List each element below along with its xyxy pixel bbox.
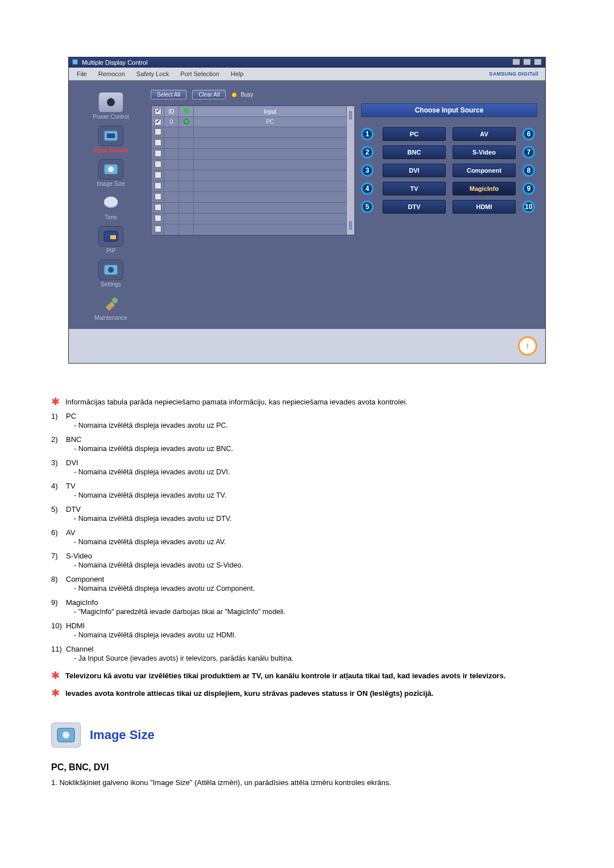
svg-point-13: [184, 108, 189, 114]
source-button-dvi[interactable]: DVI: [383, 164, 446, 177]
source-button-bnc[interactable]: BNC: [383, 145, 446, 159]
time-icon: [98, 193, 123, 213]
input-source-panel: Choose Input Source 1 PC AV 6 2 BNC S-Vi…: [361, 90, 537, 214]
clear-all-button[interactable]: Clear All: [192, 90, 226, 99]
source-button-svideo[interactable]: S-Video: [453, 145, 516, 159]
app-title: Multiple Display Control: [72, 59, 148, 66]
grid-scrollbar[interactable]: [347, 106, 355, 235]
row-checkbox[interactable]: [155, 150, 161, 157]
row-checkbox[interactable]: [155, 119, 161, 126]
row-checkbox[interactable]: [155, 161, 161, 168]
sub-paragraph: 1. Noklikšķiniet galveno ikonu "Image Si…: [51, 778, 563, 787]
col-power-icon: [179, 106, 194, 117]
table-row: [152, 127, 355, 138]
intro-note: ✱ Informācijas tabula parāda nepieciešam…: [51, 398, 563, 406]
svg-point-11: [108, 267, 114, 273]
row-power-icon: [184, 119, 189, 124]
panel-title: Choose Input Source: [361, 103, 537, 117]
app-icon: [72, 59, 78, 65]
brand-logo: SAMSUNG DIGITall: [489, 71, 543, 77]
callout-7: 7: [522, 146, 535, 158]
sidebar-item-pip[interactable]: PIP: [98, 224, 123, 256]
table-row: [152, 203, 355, 214]
list-item: 2)BNC- Nomaina izvēlētā displeja ievades…: [51, 435, 563, 453]
minimize-button[interactable]: [512, 59, 520, 65]
table-row: [152, 214, 355, 224]
sidebar-item-label: Power Control: [93, 114, 128, 120]
callout-9: 9: [522, 182, 535, 195]
app-window: Multiple Display Control File Remocon Sa…: [68, 57, 546, 364]
callout-4: 4: [361, 182, 374, 195]
sidebar-item-label: Input Source: [93, 147, 128, 153]
sidebar-item-image-size[interactable]: Image Size: [97, 157, 125, 189]
close-button[interactable]: [534, 59, 542, 65]
callout-2: 2: [361, 146, 374, 158]
list-item: 11)Channel- Ja Input Source (ievades avo…: [51, 645, 563, 662]
input-source-icon: [98, 126, 123, 146]
row-id: 0: [164, 117, 179, 127]
source-button-component[interactable]: Component: [453, 164, 516, 177]
source-button-dtv[interactable]: DTV: [383, 200, 446, 214]
row-checkbox[interactable]: [155, 193, 161, 200]
table-row[interactable]: 0 PC: [152, 117, 355, 127]
list-item: 6)AV- Nomaina izvēlētā displeja ievades …: [51, 528, 563, 546]
row-checkbox[interactable]: [155, 128, 161, 135]
menu-file[interactable]: File: [71, 69, 93, 78]
source-button-av[interactable]: AV: [453, 127, 516, 141]
menu-help[interactable]: Help: [225, 69, 250, 78]
menu-port-selection[interactable]: Port Selection: [175, 69, 225, 78]
settings-icon: [98, 260, 123, 280]
sidebar-item-label: PIP: [98, 248, 123, 254]
center-pane: Select All Clear All Busy ID Input: [151, 90, 355, 236]
col-id: ID: [164, 106, 179, 117]
col-input: Input: [194, 106, 347, 117]
svg-point-5: [108, 166, 114, 172]
source-button-pc[interactable]: PC: [383, 127, 446, 141]
section-image-size: Image Size: [51, 723, 563, 748]
list-item: 3)DVI- Nomaina izvēlētā displeja ievades…: [51, 458, 563, 476]
source-button-magicinfo[interactable]: MagicInfo: [453, 182, 516, 195]
scroll-up-icon[interactable]: [349, 111, 352, 119]
maximize-button[interactable]: [523, 59, 531, 65]
table-row: [152, 224, 355, 235]
svg-rect-1: [110, 98, 111, 102]
sidebar-item-input-source[interactable]: Input Source: [93, 123, 128, 156]
row-checkbox[interactable]: [155, 172, 161, 178]
menu-bar: File Remocon Safety Lock Port Selection …: [69, 68, 545, 81]
svg-point-15: [63, 732, 69, 738]
source-button-tv[interactable]: TV: [383, 182, 446, 195]
header-checkbox[interactable]: [155, 108, 161, 115]
grid-header-row: ID Input: [152, 106, 355, 117]
note-tv: ✱ Televizoru kā avotu var izvēlēties tik…: [51, 671, 563, 680]
menu-remocon[interactable]: Remocon: [93, 69, 131, 78]
row-checkbox[interactable]: [155, 182, 161, 189]
sub-heading: PC, BNC, DVI: [51, 762, 563, 773]
table-row: [152, 181, 355, 192]
row-checkbox[interactable]: [155, 215, 161, 222]
table-row: [152, 160, 355, 170]
list-item: 4)TV- Nomaina izvēlētā displeja ievades …: [51, 482, 563, 499]
note-on: ✱ Ievades avota kontrole attiecas tikai …: [51, 689, 563, 698]
pip-icon: [98, 226, 123, 247]
row-checkbox[interactable]: [155, 226, 161, 232]
row-input: PC: [194, 117, 347, 127]
list-item: 1)PC- Nomaina izvēlētā displeja ievades …: [51, 412, 563, 429]
sidebar-item-label: Time: [98, 214, 123, 220]
menu-safety-lock[interactable]: Safety Lock: [131, 69, 175, 78]
power-icon: [98, 92, 123, 112]
display-grid: ID Input 0: [151, 105, 355, 236]
sidebar-item-maintenance[interactable]: Maintenance: [94, 291, 127, 323]
svg-rect-9: [110, 235, 116, 239]
row-checkbox[interactable]: [155, 139, 161, 146]
table-row: [152, 170, 355, 181]
select-all-button[interactable]: Select All: [151, 90, 186, 99]
sidebar-item-power-control[interactable]: Power Control: [93, 90, 128, 122]
sidebar-item-settings[interactable]: Settings: [98, 257, 123, 290]
row-checkbox[interactable]: [155, 204, 161, 211]
scroll-down-icon[interactable]: [349, 222, 352, 229]
callout-3: 3: [361, 164, 374, 177]
title-bar: Multiple Display Control: [69, 57, 545, 68]
sidebar-item-time[interactable]: Time: [98, 190, 123, 223]
source-button-hdmi[interactable]: HDMI: [453, 200, 516, 214]
alert-icon: !: [518, 336, 537, 356]
